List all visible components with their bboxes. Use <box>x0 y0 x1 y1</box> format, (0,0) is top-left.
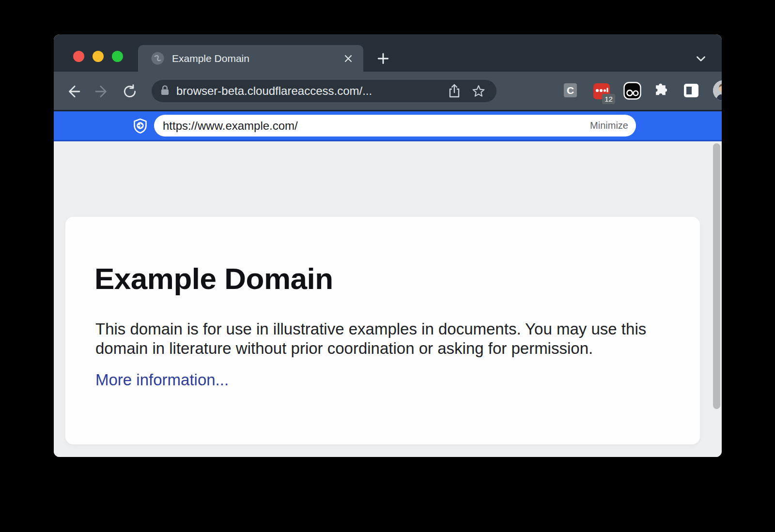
side-panel-inner <box>686 87 692 94</box>
screen: Example Domain <box>0 0 775 532</box>
page-heading: Example Domain <box>94 261 333 296</box>
tab-close-icon[interactable] <box>341 51 356 66</box>
extensions-puzzle-icon[interactable] <box>653 83 668 98</box>
back-button[interactable] <box>62 81 84 102</box>
more-information-link[interactable]: More information... <box>95 371 229 389</box>
window-minimize-button[interactable] <box>93 51 104 62</box>
traffic-lights <box>73 51 123 62</box>
extension-c-label: C <box>567 85 574 96</box>
browser-window: Example Domain <box>54 34 722 457</box>
new-tab-button[interactable] <box>374 50 392 67</box>
share-button[interactable] <box>446 83 463 99</box>
tab-strip: Example Domain <box>54 34 722 72</box>
address-bar[interactable]: browser-beta.cloudflareaccess.com/... <box>152 80 496 102</box>
profile-avatar[interactable] <box>713 80 722 101</box>
tab-favicon-icon <box>151 52 164 65</box>
page-viewport: Example Domain This domain is for use in… <box>54 141 722 457</box>
extension-c-icon[interactable]: C <box>564 83 577 97</box>
isolation-url[interactable]: https://www.example.com/ <box>163 119 590 133</box>
forward-button[interactable] <box>92 81 113 102</box>
address-bar-url[interactable]: browser-beta.cloudflareaccess.com/... <box>176 84 372 98</box>
minimize-button[interactable]: Minimize <box>590 120 628 131</box>
lock-icon <box>160 85 170 98</box>
tab-search-chevron-icon[interactable] <box>692 50 710 67</box>
page-body: This domain is for use in illustrative e… <box>95 319 646 358</box>
window-close-button[interactable] <box>73 51 84 62</box>
bookmark-star-icon[interactable] <box>470 83 487 99</box>
reload-button[interactable] <box>119 81 140 102</box>
shield-arrow-icon <box>133 118 148 134</box>
page-body-line-2: domain in literature without prior coord… <box>95 339 593 357</box>
tab-example-domain[interactable]: Example Domain <box>138 45 363 72</box>
extension-dark-circles-icon[interactable] <box>623 82 641 100</box>
isolation-url-bar[interactable]: https://www.example.com/ Minimize <box>154 115 636 137</box>
tab-title: Example Domain <box>172 53 249 64</box>
page-body-line-1: This domain is for use in illustrative e… <box>95 320 646 338</box>
extension-badge-count: 12 <box>602 94 615 104</box>
side-panel-icon[interactable] <box>684 84 698 97</box>
scrollbar-thumb[interactable] <box>713 143 720 409</box>
window-zoom-button[interactable] <box>112 51 123 62</box>
content-card: Example Domain This domain is for use in… <box>65 217 700 444</box>
extension-password-manager-icon[interactable]: 12 <box>593 83 610 99</box>
isolation-banner: https://www.example.com/ Minimize <box>54 111 722 141</box>
toolbar: browser-beta.cloudflareaccess.com/... C <box>54 72 722 111</box>
